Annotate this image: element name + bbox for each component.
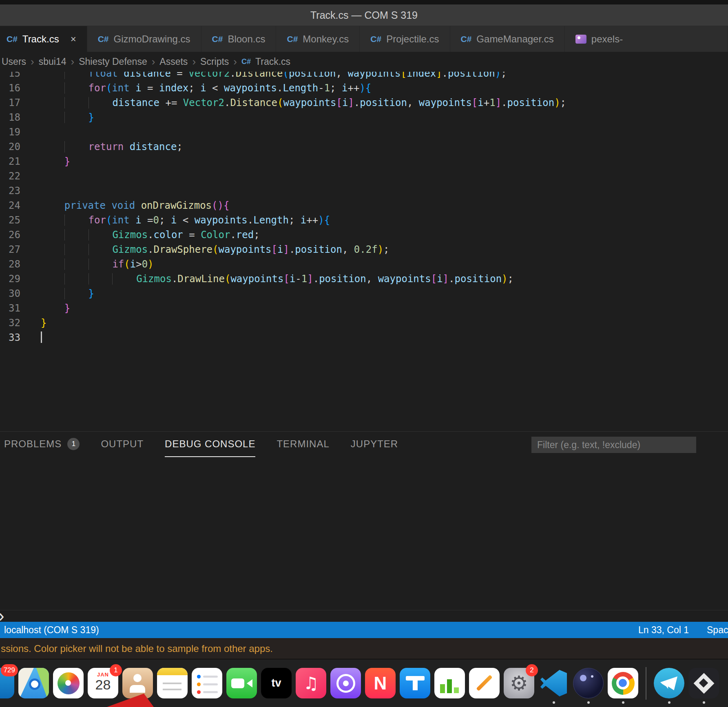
- panel-tab-label: DEBUG CONSOLE: [165, 438, 255, 450]
- dock-item-news[interactable]: N: [365, 668, 396, 698]
- breadcrumb-item[interactable]: Shiesty Defense: [79, 56, 147, 67]
- code-text: [20, 125, 41, 139]
- line-number: 30: [0, 286, 20, 301]
- line-number: 31: [0, 301, 20, 316]
- status-remote-host[interactable]: localhost (COM S 319): [4, 625, 99, 636]
- line-number: 18: [0, 110, 20, 125]
- panel-tab-terminal[interactable]: TERMINAL: [277, 432, 329, 457]
- code-line[interactable]: 33: [0, 330, 728, 345]
- code-line[interactable]: 18 }: [0, 110, 728, 125]
- breadcrumb-item[interactable]: sbui14: [39, 56, 66, 67]
- line-number: 25: [0, 213, 20, 228]
- tab-projectile-cs[interactable]: C#Projectile.cs: [360, 26, 450, 52]
- dock-item-keynote[interactable]: [400, 668, 430, 698]
- line-number: 33: [0, 330, 20, 345]
- code-line[interactable]: 25 for(int i =0; i < waypoints.Length; i…: [0, 213, 728, 228]
- dock-item-facetime[interactable]: [226, 668, 257, 698]
- code-line[interactable]: 22: [0, 169, 728, 183]
- dock-item-notes[interactable]: [157, 668, 188, 698]
- window-title: Track.cs — COM S 319: [310, 9, 418, 21]
- code-line[interactable]: 23: [0, 183, 728, 198]
- csharp-file-icon: C#: [370, 34, 381, 44]
- panel-tab-output[interactable]: OUTPUT: [101, 432, 144, 457]
- line-number: 15: [0, 72, 20, 81]
- code-line[interactable]: 17 distance += Vector2.Distance(waypoint…: [0, 95, 728, 110]
- dock-item-numbers[interactable]: [434, 668, 465, 698]
- dock-item-unity[interactable]: [688, 668, 719, 698]
- code-line[interactable]: 30 }: [0, 286, 728, 301]
- unity-icon: [688, 668, 719, 698]
- dock-item-pages[interactable]: [469, 668, 500, 698]
- running-indicator: [553, 701, 555, 704]
- tab-label: Track.cs: [22, 33, 59, 45]
- breadcrumb: Users›sbui14›Shiesty Defense›Assets›Scri…: [0, 52, 728, 72]
- dock-item-reminders[interactable]: [192, 668, 222, 698]
- breadcrumb-item[interactable]: Track.cs: [255, 56, 290, 67]
- dock-item-vscode[interactable]: [538, 668, 569, 698]
- code-line[interactable]: 15 float distance = Vector2.Distance(pos…: [0, 72, 728, 81]
- dock-item-podcasts[interactable]: [330, 668, 361, 698]
- breadcrumb-item[interactable]: Users: [2, 56, 26, 67]
- line-number: 28: [0, 257, 20, 272]
- code-text: Gizmos.color = Color.red;: [20, 228, 260, 242]
- code-line[interactable]: 21 }: [0, 154, 728, 169]
- code-line[interactable]: 31 }: [0, 301, 728, 316]
- tab-bloon-cs[interactable]: C#Bloon.cs: [201, 26, 277, 52]
- panel-resize-band: ›: [0, 610, 728, 622]
- code-line[interactable]: 16 for(int i = index; i < waypoints.Leng…: [0, 81, 728, 95]
- filter-input[interactable]: [531, 437, 696, 453]
- tab-gamemanager-cs[interactable]: C#GameManager.cs: [450, 26, 565, 52]
- dock-item-settings[interactable]: 2: [504, 668, 534, 698]
- panel-tab-debug-console[interactable]: DEBUG CONSOLE: [165, 432, 255, 457]
- code-text: }: [20, 154, 70, 169]
- csharp-file-icon: C#: [98, 34, 109, 44]
- breadcrumb-item[interactable]: Assets: [159, 56, 188, 67]
- code-line[interactable]: 20 return distance;: [0, 139, 728, 154]
- dock-item-telegram[interactable]: [654, 668, 684, 698]
- contacts-icon: [122, 668, 153, 698]
- dock-item-music[interactable]: [296, 668, 326, 698]
- code-line[interactable]: 28 if(i>0): [0, 257, 728, 272]
- dock-item-maps[interactable]: [18, 668, 49, 698]
- tab-monkey-cs[interactable]: C#Monkey.cs: [276, 26, 360, 52]
- podcasts-icon: [330, 668, 361, 698]
- code-text: }: [20, 286, 94, 301]
- dock-item-contacts[interactable]: [122, 668, 153, 698]
- code-line[interactable]: 32}: [0, 316, 728, 330]
- code-editor[interactable]: 15 float distance = Vector2.Distance(pos…: [0, 72, 728, 431]
- dock-item-calendar[interactable]: JAN281: [88, 668, 118, 698]
- status-spaces[interactable]: Spac: [707, 625, 728, 636]
- dock-item-photos[interactable]: [53, 668, 84, 698]
- photos-icon: [53, 668, 84, 698]
- code-text: distance += Vector2.Distance(waypoints[i…: [20, 95, 566, 110]
- breadcrumb-item[interactable]: Scripts: [200, 56, 229, 67]
- code-text: for(int i =0; i < waypoints.Length; i++)…: [20, 213, 330, 228]
- breadcrumb-separator: ›: [31, 55, 34, 68]
- code-line[interactable]: 26 Gizmos.color = Color.red;: [0, 228, 728, 242]
- code-text: [20, 330, 42, 345]
- numbers-icon: [434, 668, 465, 698]
- dock-item-eclipse[interactable]: [573, 668, 604, 698]
- status-line-col[interactable]: Ln 33, Col 1: [638, 625, 689, 636]
- code-line[interactable]: 24 private void onDrawGizmos(){: [0, 198, 728, 213]
- panel-tab-jupyter[interactable]: JUPYTER: [351, 432, 398, 457]
- line-number: 17: [0, 95, 20, 110]
- tab-pexels-[interactable]: pexels-: [565, 26, 728, 52]
- tab-gizmodrawing-cs[interactable]: C#GizmoDrawing.cs: [87, 26, 201, 52]
- tab-label: Projectile.cs: [386, 33, 439, 45]
- window-title-bar: Track.cs — COM S 319: [0, 4, 728, 26]
- breadcrumb-separator: ›: [192, 55, 196, 68]
- status-bar: localhost (COM S 319) Ln 33, Col 1 Spac: [0, 622, 728, 638]
- code-line[interactable]: 27 Gizmos.DrawSphere(waypoints[i].positi…: [0, 242, 728, 257]
- notes-icon: [157, 668, 188, 698]
- line-number: 29: [0, 272, 20, 286]
- tab-track-cs[interactable]: C#Track.cs×: [0, 26, 87, 52]
- code-text: }: [20, 110, 94, 125]
- code-line[interactable]: 19: [0, 125, 728, 139]
- close-icon[interactable]: ×: [71, 33, 76, 45]
- panel-tab-problems[interactable]: PROBLEMS1: [4, 432, 80, 457]
- dock-item-chrome[interactable]: [608, 668, 638, 698]
- code-line[interactable]: 29 Gizmos.DrawLine(waypoints[i-1].positi…: [0, 272, 728, 286]
- dock-item-clipped-app[interactable]: 729: [0, 668, 14, 698]
- dock-item-appletv[interactable]: tv: [261, 668, 292, 698]
